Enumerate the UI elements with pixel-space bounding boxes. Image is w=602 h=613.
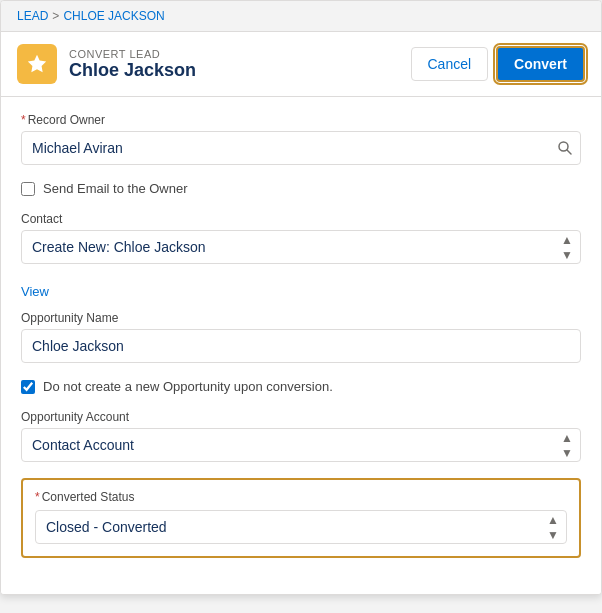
do-not-create-row: Do not create a new Opportunity upon con… [21, 379, 581, 394]
opportunity-account-select[interactable]: Contact Account [21, 428, 581, 462]
converted-status-select-wrapper: Closed - Converted ▲ ▼ [35, 510, 567, 544]
breadcrumb: LEAD > CHLOE JACKSON [1, 1, 601, 32]
converted-status-select[interactable]: Closed - Converted [35, 510, 567, 544]
contact-group: Contact Create New: Chloe Jackson ▲ ▼ [21, 212, 581, 264]
required-asterisk: * [21, 113, 26, 127]
title-text-block: CONVERT LEAD Chloe Jackson [69, 48, 196, 81]
convert-lead-label: CONVERT LEAD [69, 48, 196, 60]
do-not-create-label: Do not create a new Opportunity upon con… [43, 379, 333, 394]
svg-line-1 [567, 150, 571, 154]
title-bar: CONVERT LEAD Chloe Jackson Cancel Conver… [1, 32, 601, 97]
opportunity-account-group: Opportunity Account Contact Account ▲ ▼ [21, 410, 581, 462]
breadcrumb-separator: > [52, 9, 59, 23]
opportunity-account-select-wrapper: Contact Account ▲ ▼ [21, 428, 581, 462]
breadcrumb-parent[interactable]: LEAD [17, 9, 48, 23]
contact-select[interactable]: Create New: Chloe Jackson [21, 230, 581, 264]
record-owner-search-button[interactable] [557, 140, 573, 156]
modal-body: *Record Owner Send Email to the Owner Co… [1, 97, 601, 594]
opportunity-name-input-wrapper [21, 329, 581, 363]
opportunity-account-label: Opportunity Account [21, 410, 581, 424]
view-link[interactable]: View [21, 284, 49, 299]
record-owner-label: *Record Owner [21, 113, 581, 127]
converted-status-label: *Converted Status [35, 490, 567, 504]
search-icon [557, 140, 573, 156]
contact-label: Contact [21, 212, 581, 226]
opportunity-name-label: Opportunity Name [21, 311, 581, 325]
send-email-row: Send Email to the Owner [21, 181, 581, 196]
send-email-checkbox[interactable] [21, 182, 35, 196]
opportunity-name-input[interactable] [21, 329, 581, 363]
lead-icon [17, 44, 57, 84]
converted-status-required: * [35, 490, 40, 504]
record-owner-input-wrapper [21, 131, 581, 165]
breadcrumb-current[interactable]: CHLOE JACKSON [63, 9, 164, 23]
record-owner-group: *Record Owner [21, 113, 581, 165]
title-buttons: Cancel Convert [411, 46, 586, 82]
title-left: CONVERT LEAD Chloe Jackson [17, 44, 196, 84]
do-not-create-checkbox[interactable] [21, 380, 35, 394]
record-owner-input[interactable] [21, 131, 581, 165]
cancel-button[interactable]: Cancel [411, 47, 489, 81]
contact-select-wrapper: Create New: Chloe Jackson ▲ ▼ [21, 230, 581, 264]
convert-lead-modal: LEAD > CHLOE JACKSON CONVERT LEAD Chloe … [0, 0, 602, 595]
opportunity-name-group: Opportunity Name [21, 311, 581, 363]
converted-status-group: *Converted Status Closed - Converted ▲ ▼ [21, 478, 581, 558]
star-icon [26, 53, 48, 75]
convert-lead-name: Chloe Jackson [69, 60, 196, 81]
convert-button[interactable]: Convert [496, 46, 585, 82]
send-email-label: Send Email to the Owner [43, 181, 188, 196]
